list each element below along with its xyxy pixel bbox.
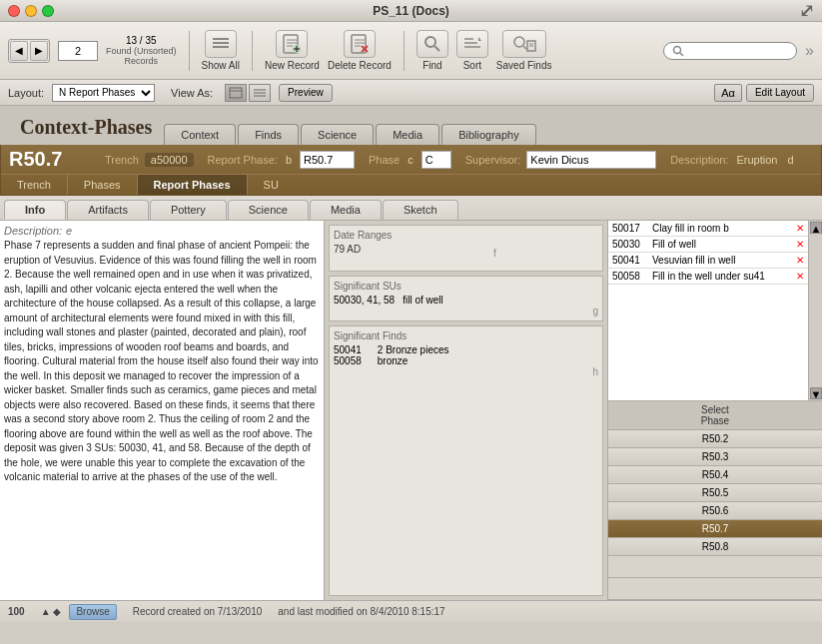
new-record-button[interactable]: New Record [265,30,320,71]
supervisor-input[interactable] [526,151,656,169]
table-scrollbar[interactable]: ▲ ▼ [808,221,822,400]
layout-select[interactable]: N Report Phases [52,84,155,102]
description-label-top: Description: [670,154,728,166]
report-phase-input[interactable] [300,151,355,169]
svg-rect-2 [213,46,229,48]
info-tabs-row: Info Artifacts Pottery Science Media Ske… [0,196,822,221]
maximize-button[interactable] [42,5,54,17]
sub-tab-report-phases[interactable]: Report Phases [138,175,248,195]
desc-letter-d: d [785,153,795,167]
window-expand-icon[interactable]: ⤢ [799,0,814,22]
scrollbar-down[interactable]: ▼ [810,387,822,399]
data-row-3-x[interactable]: ✕ [792,269,808,285]
info-tab-science[interactable]: Science [228,200,309,220]
svg-line-22 [523,46,526,49]
data-row-3-desc: Fill in the well under su41 [648,269,792,285]
significant-finds-header: Significant Finds [334,330,598,341]
tab-science[interactable]: Science [301,124,374,145]
supervisor-label: Supervisor: [465,154,521,166]
tab-finds[interactable]: Finds [238,124,299,145]
view-form-button[interactable] [225,84,247,102]
phase-btn-r50-6[interactable]: R50.6 [608,502,822,520]
finds-row-1: 50058 bronze [334,355,598,366]
search-input[interactable] [688,45,788,57]
data-row-3-num: 50058 [608,269,648,285]
new-record-label: New Record [265,60,320,71]
middle-panel: Date Ranges 79 AD f Significant SUs 5003… [325,221,607,600]
scrollbar-up[interactable]: ▲ [810,222,822,234]
data-row-1-desc: Fill of well [648,237,792,253]
nav-controls[interactable]: ◀ ▶ [8,39,50,63]
info-tab-media[interactable]: Media [310,200,382,220]
edit-layout-button[interactable]: Edit Layout [746,84,814,102]
preview-button[interactable]: Preview [279,84,333,102]
title-bar: PS_11 (Docs) ⤢ [0,0,822,22]
show-all-icon [205,30,237,58]
data-table-scroll[interactable]: 50017 Clay fill in room b ✕ 50030 Fill o… [608,221,808,400]
show-all-button[interactable]: Show All [202,30,240,71]
sus-desc-0: fill of well [403,295,443,306]
info-tab-artifacts[interactable]: Artifacts [67,200,149,220]
delete-record-button[interactable]: Delete Record [328,30,392,71]
phase-btn-r50-8[interactable]: R50.8 [608,538,822,556]
svg-point-26 [674,46,681,53]
find-icon [416,30,448,58]
find-label: Find [422,60,441,71]
finds-letter-h: h [334,366,598,377]
page-title: Context-Phases [20,116,152,139]
show-all-label: Show All [202,60,240,71]
delete-record-label: Delete Record [328,60,392,71]
tab-bibliography[interactable]: Bibliography [441,124,536,145]
zoom-value: 100 [8,606,25,617]
main-panel-area: Description: e Phase 7 represents a sudd… [0,221,822,600]
finds-desc-0: 2 Bronze pieces [378,344,449,355]
data-row-2-num: 50041 [608,253,648,269]
record-number-input[interactable]: 2 [58,41,98,61]
phase-btn-r50-5[interactable]: R50.5 [608,484,822,502]
find-button[interactable]: Find [416,30,448,71]
significant-finds-section: Significant Finds 50041 2 Bronze pieces … [329,325,603,596]
data-row-0-x[interactable]: ✕ [792,221,808,237]
info-tab-sketch[interactable]: Sketch [383,200,458,220]
phase-btn-r50-3[interactable]: R50.3 [608,448,822,466]
status-icons: ▲ ◆ [41,606,62,617]
search-box[interactable] [663,42,797,60]
sub-tab-phases[interactable]: Phases [68,175,138,195]
nav-forward-button[interactable]: ▶ [30,41,48,61]
record-modified: and last modified on 8/4/2010 8:15:17 [278,606,444,617]
minimize-button[interactable] [25,5,37,17]
phase-btn-r50-2[interactable]: R50.2 [608,430,822,448]
sub-tab-su[interactable]: SU [248,175,295,195]
view-list-button[interactable] [249,84,271,102]
info-tab-info[interactable]: Info [4,200,66,220]
phase-btn-r50-7[interactable]: R50.7 [608,520,822,538]
date-ranges-letter-f: f [493,248,496,259]
record-created: Record created on 7/13/2010 [133,606,263,617]
phase-btn-r50-4[interactable]: R50.4 [608,466,822,484]
data-row-2-x[interactable]: ✕ [792,253,808,269]
nav-back-button[interactable]: ◀ [10,41,28,61]
separator-1 [189,31,190,71]
data-row-1-x[interactable]: ✕ [792,237,808,253]
date-ranges-header: Date Ranges [334,230,598,241]
sort-button[interactable]: Sort [456,30,488,71]
significant-sus-section: Significant SUs 50030, 41, 58 fill of we… [329,276,603,322]
toolbar-expand-arrow[interactable]: » [805,42,814,60]
record-id: R50.7 [9,148,89,171]
close-button[interactable] [8,5,20,17]
browse-mode-indicator: Browse [69,604,116,620]
window-controls[interactable] [8,5,54,17]
record-header-bar: R50.7 Trench a50000 Report Phase: b Phas… [0,145,822,196]
saved-finds-button[interactable]: Saved Finds [496,30,552,71]
window-title: PS_11 (Docs) [373,4,449,18]
data-table: 50017 Clay fill in room b ✕ 50030 Fill o… [608,221,808,285]
record-id-row: R50.7 Trench a50000 Report Phase: b Phas… [1,145,821,174]
info-tab-pottery[interactable]: Pottery [150,200,227,220]
sub-tab-trench[interactable]: Trench [1,175,68,195]
text-size-button[interactable]: Aα [714,84,742,102]
saved-finds-label: Saved Finds [496,60,552,71]
tab-context[interactable]: Context [164,124,236,145]
tab-media[interactable]: Media [376,124,439,145]
report-phase-label: Report Phase: [208,154,278,166]
phase-input[interactable] [421,151,451,169]
